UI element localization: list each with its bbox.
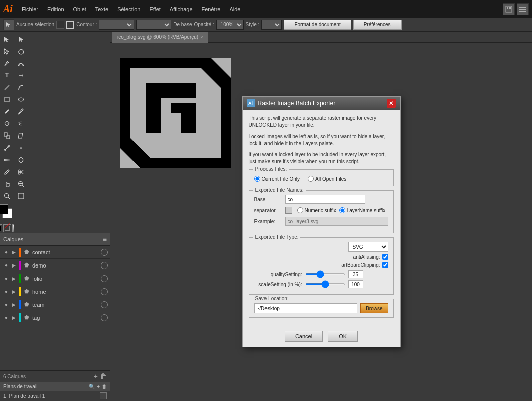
layer-eye-folio[interactable]: ● [2, 276, 10, 281]
color-swatches[interactable] [0, 204, 14, 222]
reflect-tool[interactable] [16, 118, 27, 129]
layer-eye-contact[interactable]: ● [2, 249, 10, 255]
numeric-suffix-radio[interactable] [297, 207, 303, 213]
colorize-tool[interactable] [16, 154, 27, 165]
tab-close-btn[interactable]: × [200, 35, 203, 40]
menu-edition[interactable]: Edition [43, 4, 68, 14]
contour-select[interactable] [99, 20, 134, 30]
preferences-btn[interactable]: Préférences [353, 20, 402, 30]
rotate-tool[interactable] [2, 118, 13, 129]
layer-arrow-demo[interactable]: ▶ [10, 263, 17, 268]
save-path-input[interactable] [254, 303, 358, 313]
artboard-clipping-checkbox[interactable] [382, 262, 388, 268]
zoom-tool[interactable] [2, 190, 13, 201]
menu-objet[interactable]: Objet [69, 4, 90, 14]
artboard-visibility[interactable] [100, 392, 107, 399]
quality-slider[interactable] [305, 273, 345, 275]
layer-target-home[interactable] [101, 288, 108, 295]
eyedropper-tool[interactable] [2, 166, 13, 177]
lasso-tool[interactable] [16, 46, 27, 57]
direct-select-tool[interactable] [2, 46, 13, 57]
menu-affichage[interactable]: Affichage [166, 4, 197, 14]
browse-btn[interactable]: Browse [360, 303, 388, 313]
delete-layer-btn[interactable]: 🗑 [100, 372, 107, 380]
hand-tool[interactable] [2, 178, 13, 189]
fill-mode[interactable] [0, 224, 2, 232]
scale-slider[interactable] [305, 283, 345, 285]
layer-eye-team[interactable]: ● [2, 302, 10, 307]
stroke-swatch[interactable] [66, 21, 74, 29]
layer-eye-home[interactable]: ● [2, 289, 10, 294]
layer-eye-tag[interactable]: ● [2, 315, 10, 320]
zoom-tool2[interactable] [16, 178, 27, 189]
fg-swatch[interactable] [0, 204, 8, 214]
layer-tag[interactable]: ● ▶ ⬟ tag [0, 311, 110, 324]
numeric-suffix-option[interactable]: Numeric suffix [297, 207, 336, 213]
layer-arrow-home[interactable]: ▶ [10, 289, 17, 294]
layer-target-team[interactable] [101, 301, 108, 308]
mesh-tool[interactable] [16, 142, 27, 153]
layer-target-contact[interactable] [101, 249, 108, 256]
line-tool[interactable] [2, 82, 13, 93]
file-type-select[interactable]: SVG [348, 242, 388, 252]
artboard-item[interactable]: 1 Plan de travail 1 [0, 391, 110, 401]
artboard-add-btn[interactable]: + [97, 384, 100, 389]
separator-checkbox[interactable] [285, 207, 292, 214]
layer-demo[interactable]: ● ▶ ⬟ demo [0, 259, 110, 272]
layer-eye-demo[interactable]: ● [2, 262, 10, 268]
fill-swatch[interactable] [56, 21, 64, 29]
menu-fichier[interactable]: Fichier [18, 4, 42, 14]
artboard-delete-btn[interactable]: 🗑 [102, 384, 107, 389]
new-layer-btn[interactable]: + [94, 372, 98, 380]
dialog-close-btn[interactable]: ✕ [387, 99, 396, 108]
layername-suffix-option[interactable]: LayerName suffix [339, 207, 386, 213]
select-tool[interactable] [2, 34, 13, 45]
layer-arrow-team[interactable]: ▶ [10, 302, 17, 307]
opacite-select[interactable]: 100% [216, 20, 244, 30]
scale-tool[interactable] [2, 130, 13, 141]
cancel-btn[interactable]: Cancel [285, 331, 323, 342]
type-tool[interactable]: T [2, 70, 13, 81]
artboard-tool[interactable] [16, 190, 27, 201]
shear-tool[interactable] [16, 130, 27, 141]
current-file-option[interactable]: Current File Only [254, 176, 300, 182]
layer-arrow-folio[interactable]: ▶ [10, 276, 17, 281]
menu-texte[interactable]: Texte [91, 4, 112, 14]
all-open-option[interactable]: All Open Files [308, 176, 346, 182]
selection-tool-btn[interactable] [3, 19, 14, 30]
scissors-tool[interactable] [16, 166, 27, 177]
layer-team[interactable]: ● ▶ ⬟ team [0, 298, 110, 311]
menu-selection[interactable]: Sélection [113, 4, 144, 14]
menu-fenetre[interactable]: Fenêtre [198, 4, 225, 14]
workspace-icon[interactable] [503, 3, 515, 15]
layer-contact[interactable]: ● ▶ ⬟ contact [0, 246, 110, 259]
curvature-tool[interactable] [16, 58, 27, 69]
select-tool2[interactable] [16, 34, 27, 45]
type-vertical-tool[interactable]: T [16, 70, 27, 81]
menu-effet[interactable]: Effet [145, 4, 164, 14]
all-open-radio[interactable] [308, 176, 314, 182]
blend-tool[interactable] [2, 142, 13, 153]
panel-icon[interactable] [517, 3, 529, 15]
antialiasing-checkbox[interactable] [382, 254, 388, 260]
ellipse-tool[interactable] [16, 94, 27, 105]
layername-suffix-radio[interactable] [339, 207, 345, 213]
layer-target-tag[interactable] [101, 314, 108, 321]
layer-home[interactable]: ● ▶ ⬟ home [0, 285, 110, 298]
style-select[interactable] [261, 20, 282, 30]
gradient-tool[interactable] [2, 154, 13, 165]
layer-target-folio[interactable] [101, 275, 108, 282]
brush-tool[interactable] [2, 106, 13, 117]
ok-btn[interactable]: OK [328, 331, 358, 342]
panel-menu-btn[interactable]: ≡ [103, 235, 107, 243]
layer-target-demo[interactable] [101, 262, 108, 269]
file-tab[interactable]: ico_blog.svg @ 600% (RVB/Aperçu) × [112, 32, 208, 43]
pen-tool[interactable] [2, 58, 13, 69]
arc-tool[interactable] [16, 82, 27, 93]
rect-tool[interactable] [2, 94, 13, 105]
current-file-radio[interactable] [254, 176, 260, 182]
menu-aide[interactable]: Aide [225, 4, 244, 14]
format-doc-btn[interactable]: Format de document [284, 20, 351, 30]
base-input[interactable] [285, 195, 365, 204]
layer-arrow-tag[interactable]: ▶ [10, 315, 17, 320]
